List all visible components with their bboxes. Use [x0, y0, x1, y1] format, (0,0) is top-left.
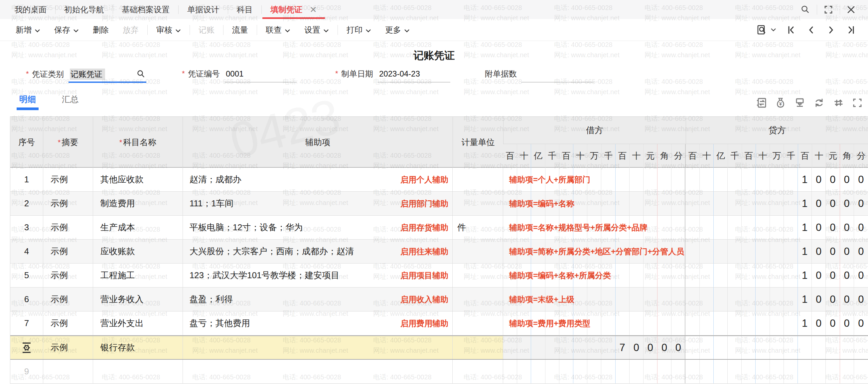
credit-digit-cell[interactable] — [700, 288, 714, 311]
credit-digit-cell[interactable]: 1 — [798, 288, 812, 311]
row-unit[interactable] — [452, 288, 503, 311]
credit-digit-cell[interactable] — [784, 312, 798, 335]
credit-digit-cell[interactable]: 0 — [826, 216, 840, 239]
row-unit[interactable] — [452, 312, 503, 335]
credit-digit-cell[interactable] — [727, 192, 742, 215]
debit-digit-cell[interactable]: 0 — [657, 336, 672, 359]
credit-digit-cell[interactable] — [840, 336, 854, 359]
credit-digit-cell[interactable] — [755, 312, 770, 335]
row-aux[interactable]: 平板电脑；12寸；设备；华为启用存货辅助 — [183, 216, 452, 239]
row-aux[interactable]: 盘亏；其他费用启用费用辅助 — [183, 312, 452, 335]
tab-detail[interactable]: 明细 — [19, 94, 36, 110]
convert-icon[interactable] — [833, 97, 844, 109]
row-account[interactable]: 营业外支出 — [93, 312, 183, 335]
empty-voucher-row[interactable]: 9 — [10, 360, 868, 384]
debit-digit-cell[interactable] — [574, 240, 587, 263]
credit-digit-cell[interactable] — [770, 288, 784, 311]
credit-digit-cell[interactable]: 0 — [840, 192, 854, 215]
row-unit[interactable] — [452, 240, 503, 263]
debit-digit-cell[interactable] — [616, 288, 629, 311]
amount-digit-cells[interactable]: 10000 — [503, 312, 868, 335]
debit-digit-cell[interactable] — [503, 216, 517, 239]
voucher-row-7[interactable]: 7示例营业外支出盘亏；其他费用启用费用辅助10000辅助项=费用+费用类型 — [10, 312, 868, 335]
empty-cell[interactable] — [43, 360, 93, 383]
toolbar-button-11[interactable]: 更多 — [378, 25, 417, 35]
credit-digit-cell[interactable]: 0 — [854, 240, 868, 263]
debit-digit-cell[interactable] — [657, 360, 672, 383]
credit-digit-cell[interactable]: 1 — [798, 240, 812, 263]
toolbar-button-1[interactable]: 新增 — [9, 25, 47, 35]
debit-digit-cell[interactable] — [559, 360, 574, 383]
debit-digit-cell[interactable] — [531, 192, 545, 215]
credit-digit-cell[interactable] — [727, 288, 742, 311]
active-voucher-row[interactable]: 示例银行存款70000 — [10, 335, 868, 360]
debit-digit-cell[interactable] — [503, 192, 517, 215]
credit-digit-cell[interactable] — [755, 168, 770, 191]
row-aux[interactable]: 123；武汉大学101号教学楼；建安项目启用项目辅助 — [183, 264, 452, 287]
row-aux[interactable] — [183, 336, 452, 359]
credit-digit-cell[interactable] — [714, 360, 727, 383]
tab-close-icon[interactable]: ✕ — [310, 5, 317, 14]
debit-digit-cell[interactable] — [574, 288, 587, 311]
debit-digit-cell[interactable] — [517, 360, 531, 383]
credit-digit-cell[interactable] — [798, 360, 812, 383]
debit-digit-cell[interactable] — [517, 216, 531, 239]
nav-prev-icon[interactable] — [806, 25, 816, 35]
credit-digit-cell[interactable]: 0 — [826, 264, 840, 287]
row-summary[interactable]: 示例 — [43, 288, 93, 311]
toolbar-button-7[interactable]: 流量 — [225, 25, 255, 35]
debit-digit-cell[interactable] — [601, 288, 615, 311]
debit-digit-cell[interactable]: 0 — [644, 336, 657, 359]
debit-digit-cell[interactable] — [657, 264, 672, 287]
debit-digit-cell[interactable] — [644, 264, 657, 287]
row-unit[interactable] — [452, 192, 503, 215]
credit-digit-cell[interactable] — [755, 192, 770, 215]
debit-digit-cell[interactable] — [629, 312, 644, 335]
row-account[interactable]: 营业务收入 — [93, 288, 183, 311]
debit-digit-cell[interactable] — [587, 312, 601, 335]
row-account[interactable]: 制造费用 — [93, 192, 183, 215]
empty-cell[interactable] — [452, 360, 503, 383]
credit-digit-cell[interactable] — [700, 216, 714, 239]
row-summary[interactable]: 示例 — [43, 192, 93, 215]
transfer-ledger-icon[interactable] — [755, 97, 767, 109]
credit-digit-cell[interactable] — [742, 288, 755, 311]
debit-digit-cell[interactable] — [644, 216, 657, 239]
credit-digit-cell[interactable]: 0 — [826, 288, 840, 311]
credit-digit-cell[interactable]: 0 — [826, 312, 840, 335]
credit-digit-cell[interactable] — [727, 360, 742, 383]
credit-digit-cell[interactable] — [700, 192, 714, 215]
debit-digit-cell[interactable] — [672, 288, 685, 311]
credit-digit-cell[interactable]: 1 — [798, 216, 812, 239]
voucher-row-5[interactable]: 5示例工程施工123；武汉大学101号教学楼；建安项目启用项目辅助10000辅助… — [10, 264, 868, 288]
empty-cell[interactable] — [183, 360, 452, 383]
debit-digit-cell[interactable] — [644, 312, 657, 335]
credit-digit-cell[interactable] — [770, 216, 784, 239]
debit-digit-cell[interactable] — [503, 288, 517, 311]
field-value-4[interactable] — [522, 69, 594, 83]
debit-digit-cell[interactable] — [517, 312, 531, 335]
credit-digit-cell[interactable] — [727, 264, 742, 287]
debit-digit-cell[interactable] — [546, 216, 559, 239]
credit-digit-cell[interactable] — [784, 360, 798, 383]
row-aux[interactable]: 盘盈；利得启用收入辅助 — [183, 288, 452, 311]
voucher-row-2[interactable]: 2示例制造费用111；1车间启用部门辅助10000辅助项=编码+名称 — [10, 192, 868, 216]
debit-digit-cell[interactable] — [672, 312, 685, 335]
debit-digit-cell[interactable] — [601, 168, 615, 191]
debit-digit-cell[interactable] — [601, 240, 615, 263]
credit-digit-cell[interactable] — [727, 216, 742, 239]
debit-digit-cell[interactable] — [587, 192, 601, 215]
toolbar-button-9[interactable]: 设置 — [297, 25, 336, 35]
row-summary[interactable]: 示例 — [43, 312, 93, 335]
credit-digit-cell[interactable] — [685, 312, 700, 335]
credit-digit-cell[interactable] — [784, 168, 798, 191]
voucher-lookup-button[interactable] — [756, 24, 776, 36]
debit-digit-cell[interactable] — [644, 360, 657, 383]
voucher-row-1[interactable]: 1示例其他应收款赵清；成都办启用个人辅助10000辅助项=个人+所属部门 — [10, 168, 868, 192]
debit-digit-cell[interactable] — [503, 312, 517, 335]
debit-digit-cell[interactable] — [657, 240, 672, 263]
debit-digit-cell[interactable] — [517, 168, 531, 191]
credit-digit-cell[interactable] — [685, 336, 700, 359]
credit-digit-cell[interactable] — [685, 192, 700, 215]
credit-digit-cell[interactable] — [742, 192, 755, 215]
